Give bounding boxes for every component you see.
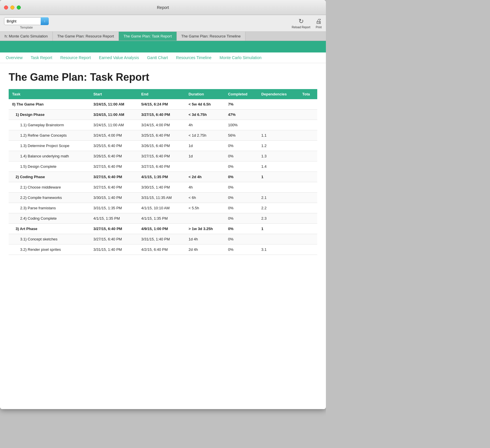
table-cell: 5/4/15, 6:24 PM — [138, 99, 185, 110]
content-area: The Game Plan: Task Report Task Start En… — [0, 63, 326, 409]
table-cell: 2d 4h — [185, 244, 225, 255]
nav-task-report[interactable]: Task Report — [31, 55, 52, 60]
template-selector-group: Bright ↕ Template — [4, 17, 49, 29]
table-cell: < 5w 4d 6.5h — [185, 99, 225, 110]
table-cell: 3/24/15, 11:00 AM — [90, 110, 138, 120]
table-cell: 4h — [185, 182, 225, 193]
table-cell: 2.1 — [258, 193, 299, 203]
table-cell: 0% — [225, 213, 258, 224]
reload-report-button[interactable]: ↻ Reload Report — [292, 18, 310, 29]
table-row: 2.3) Parse framistans3/31/15, 1:35 PM4/1… — [9, 203, 317, 213]
col-end: End — [138, 89, 185, 99]
table-cell: 47% — [225, 110, 258, 120]
col-task: Task — [9, 89, 90, 99]
nav-resource-report[interactable]: Resource Report — [60, 55, 91, 60]
table-cell: 3/25/15, 6:40 PM — [138, 130, 185, 141]
table-cell: 2.3 — [258, 213, 299, 224]
table-cell: 0% — [225, 141, 258, 151]
nav-gantt-chart[interactable]: Gantt Chart — [147, 55, 168, 60]
table-cell — [299, 120, 317, 130]
tabs-bar: h: Monte Carlo Simulation The Game Plan:… — [0, 32, 326, 41]
col-start: Start — [90, 89, 138, 99]
table-row: 3) Art Phase3/27/15, 6:40 PM4/9/15, 1:00… — [9, 224, 317, 234]
table-cell: 1.4 — [258, 161, 299, 172]
table-cell: 3/31/15, 11:35 AM — [138, 193, 185, 203]
template-select-wrapper[interactable]: Bright ↕ — [4, 17, 49, 25]
table-cell: 3) Art Phase — [9, 224, 90, 234]
print-button[interactable]: 🖨 Print — [316, 18, 322, 29]
table-cell: < 6h — [185, 193, 225, 203]
table-cell: 3/27/15, 6:40 PM — [90, 182, 138, 193]
tab-resource-timeline[interactable]: The Game Plan: Resource Timeline — [177, 32, 246, 41]
toolbar-right: ↻ Reload Report 🖨 Print — [292, 18, 322, 29]
table-cell: 1d — [185, 151, 225, 161]
reload-icon: ↻ — [298, 18, 304, 25]
table-cell: 0% — [225, 203, 258, 213]
table-cell: 3.1 — [258, 244, 299, 255]
table-cell — [299, 99, 317, 110]
table-cell: 0% — [225, 151, 258, 161]
table-cell: 4/1/15, 1:35 PM — [138, 172, 185, 182]
table-cell: 1 — [258, 224, 299, 234]
nav-overview[interactable]: Overview — [6, 55, 22, 60]
table-cell: 0% — [225, 161, 258, 172]
table-cell: 3/30/15, 1:40 PM — [138, 182, 185, 193]
minimize-button[interactable] — [10, 5, 14, 10]
table-cell — [299, 141, 317, 151]
table-cell — [299, 161, 317, 172]
table-header-row: Task Start End Duration Completed Depend… — [9, 89, 317, 99]
nav-resources-timeline[interactable]: Resources Timeline — [176, 55, 211, 60]
table-cell: 3/27/15, 6:40 PM — [138, 161, 185, 172]
tab-resource-report[interactable]: The Game Plan: Resource Report — [53, 32, 119, 41]
tab-monte-carlo-sim[interactable]: h: Monte Carlo Simulation — [0, 32, 53, 41]
table-cell: 1.5) Design Complete — [9, 161, 90, 172]
table-cell: 2.4) Coding Complete — [9, 213, 90, 224]
maximize-button[interactable] — [17, 5, 21, 10]
table-cell: 2.2 — [258, 203, 299, 213]
table-cell: 3/31/15, 1:40 PM — [138, 234, 185, 244]
table-cell: 1.3 — [258, 151, 299, 161]
nav-monte-carlo[interactable]: Monte Carlo Simulation — [219, 55, 262, 60]
table-cell — [258, 182, 299, 193]
col-completed: Completed — [225, 89, 258, 99]
table-cell: 1 — [258, 172, 299, 182]
table-cell — [299, 151, 317, 161]
table-cell: 4/1/15, 10:10 AM — [138, 203, 185, 213]
table-cell: 56% — [225, 130, 258, 141]
table-cell: 2.3) Parse framistans — [9, 203, 90, 213]
tab-task-report[interactable]: The Game Plan: Task Report — [119, 32, 177, 41]
table-cell: 7% — [225, 99, 258, 110]
table-cell: 100% — [225, 120, 258, 130]
reload-label: Reload Report — [292, 26, 310, 29]
table-cell: < 5.5h — [185, 203, 225, 213]
table-cell: 4/2/15, 6:40 PM — [138, 244, 185, 255]
table-cell: 1.4) Balance underlying math — [9, 151, 90, 161]
table-cell: 1.3) Determine Project Scope — [9, 141, 90, 151]
table-cell: 0% — [225, 172, 258, 182]
table-cell: 1) Design Phase — [9, 110, 90, 120]
close-button[interactable] — [4, 5, 8, 10]
table-cell: 3/27/15, 6:40 PM — [90, 224, 138, 234]
table-cell — [258, 99, 299, 110]
table-cell: < 1d 2.75h — [185, 130, 225, 141]
table-cell — [299, 182, 317, 193]
table-cell — [299, 224, 317, 234]
table-cell: 3/27/15, 6:40 PM — [90, 234, 138, 244]
main-window: Report Bright ↕ Template ↻ Reload Report… — [0, 0, 326, 409]
table-row: 1.2) Refine Game Concepts3/24/15, 4:00 P… — [9, 130, 317, 141]
col-dependencies: Dependencies — [258, 89, 299, 99]
table-cell: 0% — [225, 244, 258, 255]
table-cell: 3/31/15, 1:40 PM — [90, 244, 138, 255]
table-cell: 1.1 — [258, 130, 299, 141]
table-cell: 1d — [185, 141, 225, 151]
table-cell: 3/27/15, 6:40 PM — [138, 151, 185, 161]
template-select[interactable]: Bright — [4, 17, 49, 25]
table-cell: > 1w 3d 3.25h — [185, 224, 225, 234]
table-cell — [299, 193, 317, 203]
table-cell: 3/24/15, 11:00 AM — [90, 99, 138, 110]
table-cell: 4/1/15, 1:35 PM — [90, 213, 138, 224]
table-cell: 3/26/15, 6:40 PM — [138, 141, 185, 151]
table-cell: 3/31/15, 1:35 PM — [90, 203, 138, 213]
nav-earned-value[interactable]: Earned Value Analysis — [99, 55, 139, 60]
table-row: 2.1) Choose middleware3/27/15, 6:40 PM3/… — [9, 182, 317, 193]
